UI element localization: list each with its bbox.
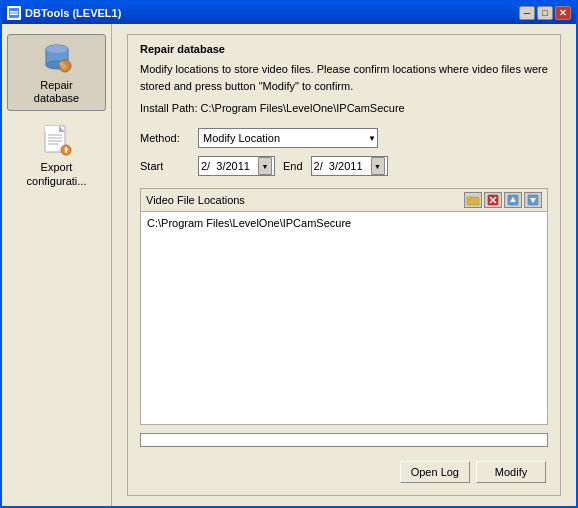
main-window: DBTools (LEVEL1) ─ □ ✕ bbox=[0, 0, 578, 508]
locations-list: C:\Program Files\LevelOne\IPCamSecure bbox=[141, 212, 547, 424]
minimize-button[interactable]: ─ bbox=[519, 6, 535, 20]
method-label: Method: bbox=[140, 132, 190, 144]
end-date-button[interactable]: ▼ bbox=[371, 157, 385, 175]
svg-rect-2 bbox=[10, 14, 18, 16]
add-location-button[interactable] bbox=[464, 192, 482, 208]
start-date-button[interactable]: ▼ bbox=[258, 157, 272, 175]
close-button[interactable]: ✕ bbox=[555, 6, 571, 20]
svg-marker-20 bbox=[467, 197, 472, 199]
titlebar-left: DBTools (LEVEL1) bbox=[7, 6, 121, 20]
open-log-button[interactable]: Open Log bbox=[400, 461, 470, 483]
method-dropdown[interactable]: Modify Location bbox=[198, 128, 378, 148]
start-label: Start bbox=[140, 160, 190, 172]
window-controls: ─ □ ✕ bbox=[519, 6, 571, 20]
locations-toolbar bbox=[464, 192, 542, 208]
app-icon bbox=[7, 6, 21, 20]
svg-rect-18 bbox=[65, 150, 67, 153]
export-icon bbox=[39, 122, 75, 158]
window-title: DBTools (LEVEL1) bbox=[25, 7, 121, 19]
main-content: Repairdatabase bbox=[2, 24, 576, 506]
repair-icon bbox=[39, 40, 75, 76]
date-row: Start ▼ End ▼ bbox=[140, 156, 548, 176]
svg-point-6 bbox=[46, 45, 68, 53]
bottom-buttons: Open Log Modify bbox=[140, 461, 548, 483]
repair-section: Repair database Modify locations to stor… bbox=[127, 34, 561, 496]
titlebar: DBTools (LEVEL1) ─ □ ✕ bbox=[2, 2, 576, 24]
install-path: Install Path: C:\Program Files\LevelOne\… bbox=[140, 102, 548, 114]
locations-header: Video File Locations bbox=[141, 189, 547, 212]
svg-rect-1 bbox=[10, 11, 18, 13]
move-down-button[interactable] bbox=[524, 192, 542, 208]
svg-rect-0 bbox=[9, 8, 19, 18]
sidebar-item-repair-database[interactable]: Repairdatabase bbox=[7, 34, 106, 111]
move-up-button[interactable] bbox=[504, 192, 522, 208]
delete-location-button[interactable] bbox=[484, 192, 502, 208]
progress-area bbox=[140, 433, 548, 451]
right-panel: Repair database Modify locations to stor… bbox=[112, 24, 576, 506]
progress-bar bbox=[140, 433, 548, 447]
sidebar-label-repair: Repairdatabase bbox=[34, 79, 79, 105]
section-description: Modify locations to store video files. P… bbox=[140, 61, 548, 94]
end-date-input[interactable] bbox=[314, 160, 369, 172]
svg-rect-11 bbox=[45, 126, 59, 132]
start-date-input[interactable] bbox=[201, 160, 256, 172]
maximize-button[interactable]: □ bbox=[537, 6, 553, 20]
end-label: End bbox=[283, 160, 303, 172]
list-item: C:\Program Files\LevelOne\IPCamSecure bbox=[145, 216, 543, 230]
sidebar: Repairdatabase bbox=[2, 24, 112, 506]
sidebar-item-export-configuration[interactable]: Exportconfigurati... bbox=[7, 116, 106, 193]
modify-button[interactable]: Modify bbox=[476, 461, 546, 483]
method-row: Method: Modify Location ▼ bbox=[140, 128, 548, 148]
section-title: Repair database bbox=[140, 43, 548, 55]
locations-title: Video File Locations bbox=[146, 194, 245, 206]
locations-group: Video File Locations bbox=[140, 188, 548, 425]
end-date-picker[interactable]: ▼ bbox=[311, 156, 388, 176]
sidebar-label-export: Exportconfigurati... bbox=[27, 161, 87, 187]
start-date-picker[interactable]: ▼ bbox=[198, 156, 275, 176]
method-dropdown-container: Modify Location ▼ bbox=[198, 128, 378, 148]
